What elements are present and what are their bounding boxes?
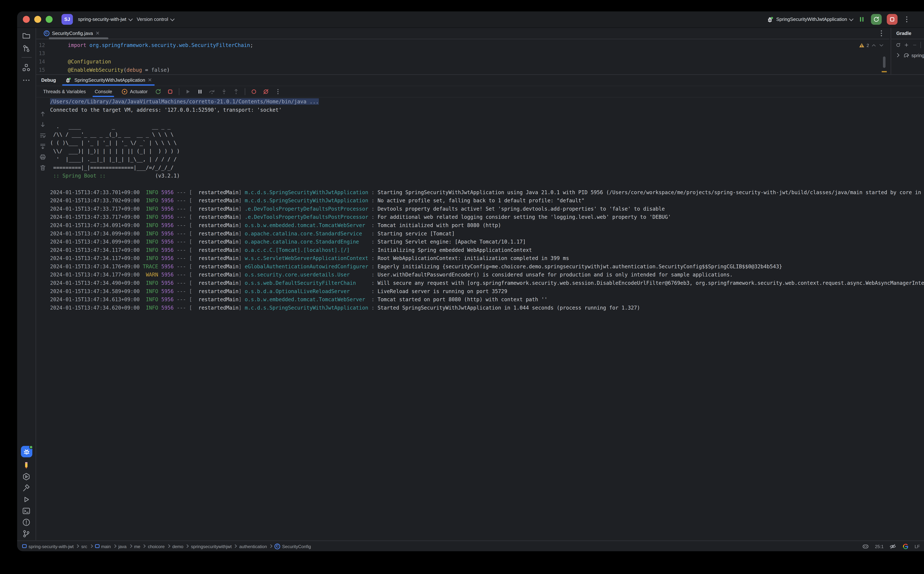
- step-into-icon[interactable]: [220, 88, 228, 95]
- tab-console[interactable]: Console: [93, 86, 114, 97]
- rerun-debug-button[interactable]: [871, 14, 882, 25]
- stop-button[interactable]: [887, 14, 897, 25]
- vcs-label: Version control: [137, 16, 168, 22]
- code-line[interactable]: 14@Configuration: [36, 58, 889, 66]
- gradle-panel: Gradle spring-security-with-jw: [891, 28, 924, 74]
- console-text[interactable]: /Users/core/Library/Java/JavaVirtualMach…: [50, 98, 924, 312]
- attach-project-icon[interactable]: [904, 42, 909, 48]
- code-line[interactable]: 12import org.springframework.security.we…: [36, 41, 889, 50]
- run-config-selector[interactable]: SpringSecurityWithJwtApplication: [766, 16, 852, 23]
- breadcrumb-item[interactable]: src: [81, 544, 87, 548]
- breadcrumb-item[interactable]: CSecurityConfig: [274, 543, 311, 549]
- run-config-name: SpringSecurityWithJwtApplication: [776, 16, 847, 22]
- project-folder-icon[interactable]: [22, 31, 30, 39]
- breadcrumb-item[interactable]: spring-security-with-jwt: [22, 544, 74, 548]
- editor-scrollbar[interactable]: [883, 57, 886, 68]
- tab-options-icon[interactable]: [877, 29, 886, 38]
- expand-node-icon[interactable]: [895, 52, 901, 58]
- editor-tab-bar: C SecurityConfig.java ✕: [36, 28, 889, 39]
- breadcrumb-separator-icon: [129, 544, 132, 548]
- breadcrumb: spring-security-with-jwtsrcmainjavamecho…: [22, 543, 311, 549]
- session-tab-label: SpringSecurityWithJwtApplication: [74, 77, 145, 83]
- git-branch-icon[interactable]: [22, 529, 30, 538]
- soft-wrap-icon[interactable]: [39, 132, 46, 139]
- close-window-button[interactable]: [23, 16, 30, 23]
- log-line: 2024-01-15T13:47:34.613+09:00 INFO 5956 …: [50, 295, 924, 304]
- caret-position[interactable]: 25:1: [875, 544, 884, 548]
- warning-icon: [859, 43, 865, 48]
- code-line[interactable]: 13: [36, 50, 889, 58]
- pull-requests-icon[interactable]: [22, 44, 30, 52]
- highlighting-off-icon[interactable]: [889, 542, 896, 550]
- breadcrumb-item[interactable]: springsecuritywithjwt: [191, 544, 231, 548]
- log-line: 2024-01-15T13:47:33.702+09:00 INFO 5956 …: [50, 197, 924, 205]
- line-ending[interactable]: LF: [915, 544, 920, 548]
- structure-icon[interactable]: [22, 63, 30, 71]
- more-actions-icon[interactable]: [902, 15, 911, 24]
- breadcrumb-separator-icon: [269, 544, 272, 548]
- resume-icon[interactable]: [184, 88, 192, 95]
- log-line: 2024-01-15T13:47:34.176+09:00 TRACE 5956…: [50, 263, 924, 271]
- log-line: 2024-01-15T13:47:34.177+09:00 WARN 5956 …: [50, 271, 924, 279]
- build-icon[interactable]: [22, 483, 30, 492]
- google-icon[interactable]: [902, 542, 909, 550]
- debug-session-tab[interactable]: SpringSecurityWithJwtApplication ✕: [62, 75, 154, 86]
- stop-icon[interactable]: [167, 88, 174, 95]
- pause-program-button[interactable]: [858, 15, 866, 24]
- close-session-icon[interactable]: ✕: [148, 77, 152, 83]
- log-line: 2024-01-15T13:47:34.490+09:00 INFO 5956 …: [50, 279, 924, 287]
- prev-problem-icon[interactable]: [871, 43, 877, 48]
- project-avatar: SJ: [61, 14, 73, 25]
- detach-project-icon[interactable]: [912, 42, 917, 48]
- tab-threads-variables[interactable]: Threads & Variables: [41, 86, 88, 97]
- breadcrumb-separator-icon: [167, 544, 170, 548]
- pause-icon[interactable]: [196, 88, 203, 95]
- step-out-icon[interactable]: [233, 88, 239, 95]
- step-over-icon[interactable]: [209, 88, 215, 95]
- run-icon[interactable]: [22, 495, 30, 503]
- close-tab-icon[interactable]: ✕: [96, 30, 100, 36]
- pencil-icon[interactable]: [22, 460, 30, 469]
- arrow-up-icon[interactable]: [39, 110, 46, 117]
- tab-label: SecurityConfig.java: [52, 30, 93, 36]
- breadcrumb-item[interactable]: demo: [172, 544, 183, 548]
- trash-icon[interactable]: [39, 164, 46, 171]
- tab-securityconfig[interactable]: C SecurityConfig.java ✕: [40, 28, 104, 39]
- print-icon[interactable]: [39, 153, 46, 161]
- project-menu[interactable]: spring-security-with-jwt: [78, 16, 132, 22]
- gradle-project-node[interactable]: spring-security-with-jw: [891, 50, 924, 58]
- rerun-icon[interactable]: [154, 88, 162, 95]
- view-breakpoints-icon[interactable]: [250, 88, 257, 95]
- log-line: 2024-01-15T13:47:34.117+09:00 INFO 5956 …: [50, 254, 924, 263]
- code-editor[interactable]: 12import org.springframework.security.we…: [36, 40, 889, 74]
- mute-breakpoints-icon[interactable]: [262, 88, 269, 95]
- scroll-end-icon[interactable]: [39, 143, 46, 150]
- vcs-menu[interactable]: Version control: [137, 16, 173, 22]
- next-problem-icon[interactable]: [878, 43, 884, 48]
- debug-active-icon[interactable]: [20, 446, 32, 457]
- reload-gradle-icon[interactable]: [896, 42, 901, 48]
- code-line[interactable]: 15@EnableWebSecurity(debug = false): [36, 66, 889, 74]
- debug-title: Debug: [41, 77, 56, 83]
- warning-stripe-mark[interactable]: [882, 71, 887, 72]
- breadcrumb-separator-icon: [89, 544, 93, 548]
- minimize-window-button[interactable]: [34, 16, 41, 23]
- breadcrumb-item[interactable]: java: [118, 544, 126, 548]
- breadcrumb-item[interactable]: main: [95, 544, 111, 548]
- breadcrumb-item[interactable]: me: [134, 544, 140, 548]
- problems-icon[interactable]: [22, 517, 30, 526]
- breadcrumb-item[interactable]: authentication: [239, 544, 267, 548]
- arrow-down-icon[interactable]: [39, 121, 46, 128]
- tab-actuator[interactable]: Actuator: [119, 86, 149, 97]
- inspections-widget[interactable]: 2: [859, 43, 884, 48]
- breadcrumb-separator-icon: [113, 544, 116, 548]
- more-icon[interactable]: [274, 88, 281, 95]
- more-icon[interactable]: [22, 76, 30, 84]
- log-line: 2024-01-15T13:47:34.099+09:00 INFO 5956 …: [50, 230, 924, 238]
- breadcrumb-item[interactable]: choicore: [148, 544, 165, 548]
- services-icon[interactable]: [22, 472, 30, 480]
- terminal-icon[interactable]: [22, 506, 30, 514]
- gradle-project-name: spring-security-with-jw: [911, 52, 924, 58]
- copilot-status-icon[interactable]: [862, 542, 869, 550]
- zoom-window-button[interactable]: [46, 16, 53, 23]
